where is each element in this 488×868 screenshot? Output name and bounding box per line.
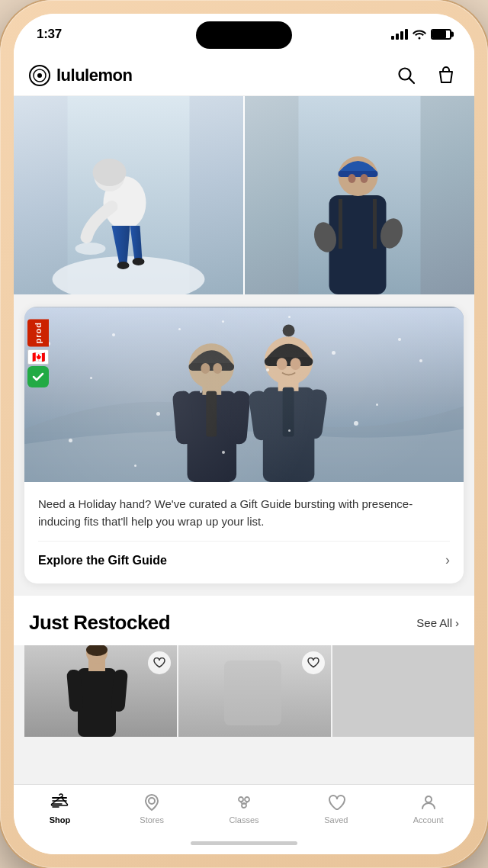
logo-area: lululemon xyxy=(29,65,132,86)
product-heart-2[interactable] xyxy=(302,651,325,674)
svg-rect-42 xyxy=(78,668,116,737)
section-title: Just Restocked xyxy=(29,611,170,635)
nav-icons xyxy=(393,63,459,88)
content-scroll[interactable]: Need a Holiday hand? We've curated a Gif… xyxy=(14,96,474,784)
svg-point-11 xyxy=(133,258,145,265)
wifi-icon xyxy=(413,29,426,40)
product-item-3[interactable] xyxy=(332,645,474,737)
svg-line-4 xyxy=(409,78,415,83)
gift-guide-text: Need a Holiday hand? We've curated a Gif… xyxy=(24,482,464,583)
gift-guide-description: Need a Holiday hand? We've curated a Gif… xyxy=(38,496,450,530)
battery-icon xyxy=(431,29,451,40)
section-header: Just Restocked See All › xyxy=(14,596,474,645)
svg-point-12 xyxy=(75,243,106,255)
phone-screen: 1:37 xyxy=(14,14,474,854)
svg-point-9 xyxy=(93,159,127,186)
svg-point-54 xyxy=(425,796,432,802)
gift-guide-link[interactable]: Explore the Gift Guide › xyxy=(38,541,450,579)
hero-image-left xyxy=(14,96,243,294)
svg-point-10 xyxy=(117,262,130,269)
search-button[interactable] xyxy=(393,63,419,88)
status-time: 1:37 xyxy=(37,27,62,42)
svg-rect-49 xyxy=(224,661,281,725)
saved-icon xyxy=(326,792,346,812)
home-indicator xyxy=(191,841,297,845)
tab-saved[interactable]: Saved xyxy=(290,792,382,825)
shopping-bag-icon xyxy=(436,66,456,85)
chevron-right-icon: › xyxy=(445,552,450,568)
debug-green-icon xyxy=(27,366,49,387)
gift-guide-card: Need a Holiday hand? We've curated a Gif… xyxy=(24,307,464,583)
product-heart-1[interactable] xyxy=(148,651,171,674)
tab-account-label: Account xyxy=(413,815,444,825)
bag-button[interactable] xyxy=(433,63,459,88)
see-all-link[interactable]: See All › xyxy=(416,616,459,629)
tab-stores-label: Stores xyxy=(140,815,164,825)
signal-icon xyxy=(391,29,408,40)
shop-icon xyxy=(50,792,69,812)
debug-tab: prod xyxy=(27,319,49,346)
tab-shop[interactable]: Shop xyxy=(14,792,106,825)
svg-point-50 xyxy=(149,798,155,804)
brand-logo-icon xyxy=(29,65,50,86)
tab-classes[interactable]: Classes xyxy=(198,792,291,825)
tab-stores[interactable]: Stores xyxy=(106,792,198,825)
svg-point-51 xyxy=(239,797,243,802)
tab-saved-label: Saved xyxy=(324,815,348,825)
hero-image-right xyxy=(245,96,474,294)
product-item-1[interactable] xyxy=(24,645,177,737)
phone-frame: 1:37 xyxy=(0,0,488,868)
account-icon xyxy=(419,792,438,812)
brand-name: lululemon xyxy=(56,66,132,85)
stores-icon xyxy=(142,792,162,812)
just-restocked-section: Just Restocked See All › xyxy=(14,596,474,744)
svg-rect-14 xyxy=(329,195,387,294)
status-icons xyxy=(391,29,451,40)
see-all-chevron: › xyxy=(455,616,459,629)
svg-point-17 xyxy=(348,174,356,183)
svg-point-2 xyxy=(37,73,42,78)
dynamic-island xyxy=(196,21,292,49)
hero-grid xyxy=(14,96,474,294)
svg-point-18 xyxy=(361,174,368,183)
status-bar: 1:37 xyxy=(14,14,474,55)
svg-rect-16 xyxy=(339,171,378,177)
product-item-2[interactable] xyxy=(178,645,331,737)
svg-point-52 xyxy=(245,797,249,802)
tab-account[interactable]: Account xyxy=(382,792,474,825)
tab-classes-label: Classes xyxy=(229,815,258,825)
product-row xyxy=(14,645,474,744)
search-icon xyxy=(396,66,416,85)
top-nav: lululemon xyxy=(14,55,474,96)
gift-guide-image xyxy=(24,307,464,482)
classes-icon xyxy=(234,792,254,812)
tab-shop-label: Shop xyxy=(50,815,71,825)
gift-guide-link-text: Explore the Gift Guide xyxy=(38,554,167,567)
see-all-text: See All xyxy=(416,616,452,629)
flag-icon: 🇨🇦 xyxy=(27,349,49,365)
